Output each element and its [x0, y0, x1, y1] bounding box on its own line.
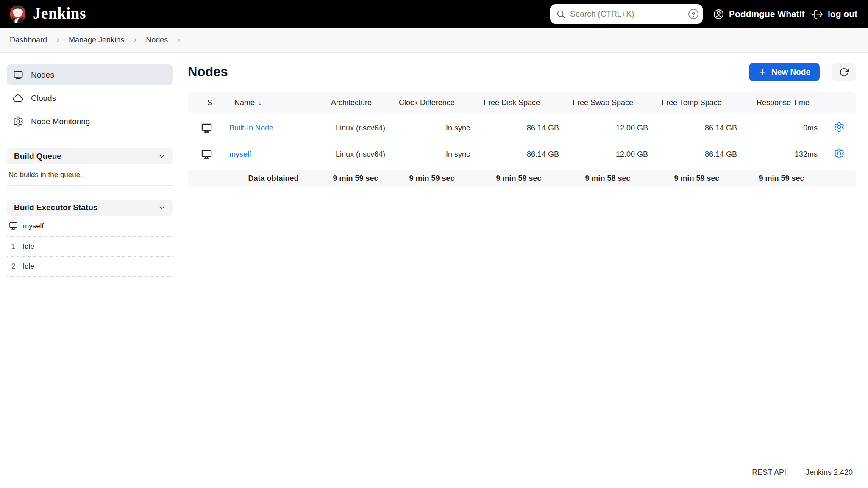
jenkins-version: Jenkins 2.420: [806, 468, 853, 477]
new-node-button[interactable]: New Node: [749, 63, 820, 81]
logout-button[interactable]: log out: [813, 0, 857, 28]
node-actions-cell: [822, 115, 856, 141]
jenkins-home-link[interactable]: Jenkins: [8, 3, 86, 23]
build-queue-header[interactable]: Build Queue: [7, 148, 173, 164]
free-disk-space-cell: 86.14 GB: [474, 115, 563, 141]
build-executor-status-title: Build Executor Status: [14, 203, 97, 212]
breadcrumb: Dashboard Manage Jenkins Nodes: [0, 28, 868, 53]
data-obtained-free-swap-space: 9 min 58 sec: [563, 170, 652, 187]
clock-difference-cell: In sync: [389, 115, 474, 141]
sidebar-item-label: Nodes: [31, 70, 54, 80]
free-temp-space-cell: 86.14 GB: [652, 115, 741, 141]
sidebar-item-label: Node Monitoring: [31, 117, 90, 126]
new-node-button-label: New Node: [771, 67, 810, 77]
response-time-cell: 0ms: [741, 115, 822, 141]
node-status-cell: [188, 115, 225, 141]
breadcrumb-context-chevron-icon[interactable]: [176, 37, 181, 43]
sidebar-nav: Nodes Clouds Node Monitoring: [7, 64, 173, 132]
user-icon: [713, 8, 724, 20]
build-queue-empty-message: No builds in the queue.: [7, 164, 173, 186]
sidebar-item-clouds[interactable]: Clouds: [7, 88, 173, 108]
executor-status: Idle: [22, 262, 34, 271]
gear-icon: [834, 148, 845, 159]
column-header-free-temp-space[interactable]: Free Temp Space: [652, 92, 741, 113]
column-header-name[interactable]: Name↓: [225, 92, 322, 113]
cloud-icon: [13, 93, 24, 104]
data-obtained-empty-cell: [188, 170, 225, 187]
node-settings-button[interactable]: [834, 122, 845, 133]
column-header-status[interactable]: S: [188, 92, 225, 113]
free-disk-space-cell: 86.14 GB: [474, 141, 563, 167]
jenkins-butler-logo-icon: [8, 3, 27, 23]
data-obtained-free-temp-space: 9 min 59 sec: [652, 170, 741, 187]
data-obtained-row: Data obtained 9 min 59 sec 9 min 59 sec …: [188, 170, 856, 187]
executor-row: 1 Idle: [7, 237, 173, 257]
executor-status: Idle: [22, 242, 34, 251]
architecture-cell: Linux (riscv64): [322, 141, 389, 167]
header-actions: New Node: [749, 63, 856, 81]
help-icon[interactable]: ?: [688, 9, 698, 19]
column-header-response-time[interactable]: Response Time: [741, 92, 822, 113]
node-settings-button[interactable]: [834, 148, 845, 159]
breadcrumb-chevron-icon: [132, 37, 138, 43]
breadcrumb-chevron-icon: [55, 37, 61, 43]
node-name-cell: myself: [225, 141, 322, 167]
table-header-row: S Name↓ Architecture Clock Difference Fr…: [188, 92, 856, 113]
content-header: Nodes New Node: [188, 63, 856, 81]
column-header-free-swap-space[interactable]: Free Swap Space: [563, 92, 652, 113]
node-actions-cell: [822, 141, 856, 167]
user-name: Poddingue WhatIf: [729, 9, 804, 19]
plus-icon: [758, 68, 767, 77]
sidebar-item-node-monitoring[interactable]: Node Monitoring: [7, 111, 173, 132]
breadcrumb-nodes[interactable]: Nodes: [146, 36, 168, 44]
build-executor-status-header[interactable]: Build Executor Status: [7, 200, 173, 216]
build-queue-title: Build Queue: [14, 152, 61, 161]
sidebar-item-label: Clouds: [31, 94, 56, 103]
executor-number: 1: [11, 242, 15, 251]
user-menu[interactable]: Poddingue WhatIf: [713, 0, 816, 28]
sidebar: Nodes Clouds Node Monitoring Build Queue…: [0, 53, 180, 277]
jenkins-nodes-page: Jenkins ? Poddingue WhatIf: [0, 0, 868, 488]
column-header-clock-difference[interactable]: Clock Difference: [389, 92, 474, 113]
column-header-free-disk-space[interactable]: Free Disk Space: [474, 92, 563, 113]
gear-icon: [13, 116, 24, 127]
logout-icon: [813, 9, 823, 19]
monitor-icon: [200, 122, 213, 134]
build-executor-status-section: Build Executor Status myself 1 Idle 2 Id…: [7, 200, 173, 277]
logout-label: log out: [828, 9, 857, 19]
brand-title: Jenkins: [33, 4, 86, 22]
executor-number: 2: [11, 262, 15, 271]
response-time-cell: 132ms: [741, 141, 822, 167]
node-link[interactable]: myself: [229, 150, 251, 158]
data-obtained-architecture: 9 min 59 sec: [322, 170, 389, 187]
executor-row: 2 Idle: [7, 257, 173, 277]
column-header-actions: [822, 92, 856, 113]
refresh-button[interactable]: [832, 63, 856, 81]
data-obtained-actions-cell: [822, 170, 856, 187]
table-row-myself: myself Linux (riscv64) In sync 86.14 GB …: [188, 141, 856, 167]
sidebar-item-nodes[interactable]: Nodes: [7, 64, 173, 85]
free-swap-space-cell: 12.00 GB: [563, 141, 652, 167]
breadcrumb-manage-jenkins[interactable]: Manage Jenkins: [69, 36, 124, 44]
executor-computer-row: myself: [7, 216, 173, 237]
rest-api-link[interactable]: REST API: [752, 468, 786, 477]
node-status-cell: [188, 141, 225, 167]
monitor-icon: [8, 221, 18, 231]
executor-computer-link[interactable]: myself: [23, 222, 44, 230]
node-link[interactable]: Built-In Node: [229, 124, 273, 132]
search-input[interactable]: [565, 9, 688, 19]
monitor-icon: [200, 148, 213, 161]
column-header-name-label: Name: [234, 98, 255, 107]
main-content: Nodes New Node: [188, 53, 856, 187]
search-icon: [556, 9, 565, 19]
free-temp-space-cell: 86.14 GB: [652, 141, 741, 167]
build-queue-section: Build Queue No builds in the queue.: [7, 148, 173, 186]
monitor-icon: [13, 69, 24, 80]
chevron-down-icon: [158, 204, 166, 211]
column-header-architecture[interactable]: Architecture: [322, 92, 389, 113]
architecture-cell: Linux (riscv64): [322, 115, 389, 141]
breadcrumb-dashboard[interactable]: Dashboard: [10, 36, 47, 44]
page-footer: REST API Jenkins 2.420: [752, 468, 853, 477]
data-obtained-clock-difference: 9 min 59 sec: [389, 170, 474, 187]
gear-icon: [834, 122, 845, 133]
